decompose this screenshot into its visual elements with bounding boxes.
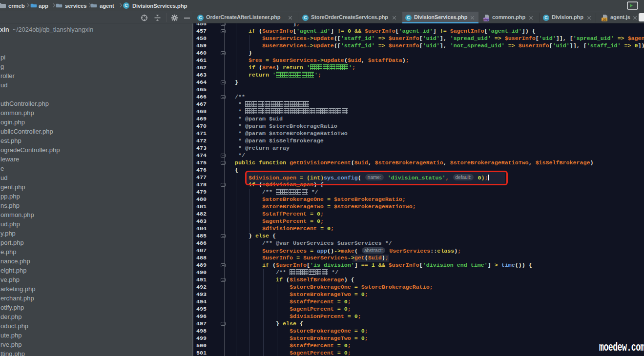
svg-text:JS: JS (602, 18, 607, 21)
svg-text:php: php (483, 18, 489, 21)
